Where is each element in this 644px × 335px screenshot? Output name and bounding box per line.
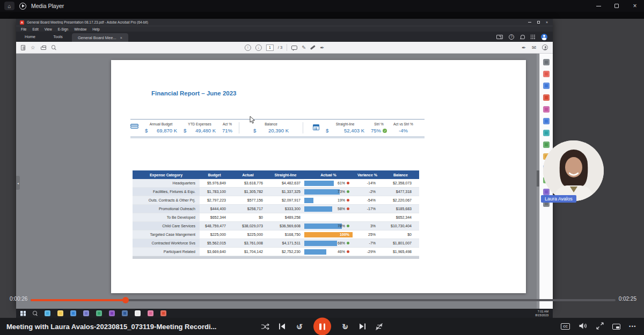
summary-strl-pct: Strl % 75%✓ [371, 122, 387, 133]
table-row: Outs. Contracts & Other Prj. $2,797,223 … [133, 196, 419, 205]
minimize-button[interactable] [589, 0, 608, 12]
acrobat-menu-item[interactable]: E-Sign [58, 27, 69, 31]
tool-comment-icon[interactable] [543, 106, 550, 113]
tool-combine-files-icon[interactable] [543, 118, 550, 124]
cell-actual: $3,761,008 [229, 239, 267, 247]
screen-share-icon[interactable] [496, 35, 503, 39]
taskbar-file-explorer-icon[interactable] [57, 310, 63, 316]
kpi-dot [347, 250, 349, 253]
acrobat-menu-item[interactable]: Edit [32, 27, 38, 31]
acrobat-tab[interactable]: Tools [44, 32, 72, 42]
volume-button[interactable] [579, 322, 588, 331]
tool-organize-pages-icon[interactable] [543, 130, 550, 136]
sign-tool-button[interactable]: ✒ [320, 45, 324, 50]
page-count-label: / 3 [278, 45, 282, 50]
profile-button[interactable] [542, 44, 548, 50]
webcam-name-label: Laura Avalos [541, 195, 576, 203]
page-down-button[interactable]: ↓ [255, 44, 262, 51]
maximize-button[interactable] [608, 0, 626, 12]
more-options-button[interactable]: ••• [629, 324, 636, 329]
table-row: Contracted Workforce Svs $5,562,015 $3,7… [133, 239, 419, 248]
acrobat-minimize-icon[interactable] [528, 22, 531, 23]
tool-request-esign-icon[interactable] [543, 189, 550, 195]
apps-grid-icon[interactable] [530, 34, 535, 39]
taskbar-onenote-icon[interactable] [109, 310, 115, 316]
taskbar-snip-icon[interactable] [148, 310, 153, 316]
pencil-tool-button[interactable]: ✎ [302, 45, 306, 50]
cell-variance [353, 213, 382, 221]
previous-track-button[interactable] [279, 323, 286, 330]
acrobat-menu-item[interactable]: Window [74, 27, 86, 31]
tool-compress-pdf-icon[interactable] [543, 142, 550, 148]
report-title: Financial Report – June 2023 [151, 90, 237, 96]
table-header-row: Expense Category Budget Actual Straight-… [133, 170, 419, 179]
help-icon[interactable]: ? [509, 34, 514, 40]
tool-edit-pdf-icon[interactable] [543, 83, 550, 89]
fill-sign-button[interactable]: ✒ [522, 45, 526, 50]
seek-thumb[interactable] [122, 297, 129, 303]
send-email-button[interactable]: ✉ [532, 45, 536, 50]
summary-divider [239, 122, 239, 133]
repeat-button[interactable] [375, 323, 383, 330]
tool-search-icon[interactable] [543, 59, 550, 65]
taskbar-teams-icon[interactable] [83, 310, 89, 316]
tool-export-pdf-icon[interactable] [543, 71, 550, 77]
summary-ytd-expenses: YTD Expenses $49,480 K [184, 122, 216, 133]
notifications-bell-icon[interactable] [520, 35, 524, 39]
taskbar-clock[interactable]: 7:01 AM 8/15/2023 [536, 310, 548, 317]
tab-close-icon[interactable]: × [120, 36, 122, 40]
acrobat-tabbar: Home Tools General Board Mee... × ? [16, 32, 553, 42]
fullscreen-button[interactable] [596, 322, 604, 331]
taskbar-search-icon[interactable] [33, 311, 38, 316]
cell-straight-line: $1,337,325 [267, 188, 304, 196]
taskbar-chrome-icon[interactable] [135, 310, 141, 316]
cell-actual: $1,704,142 [229, 248, 267, 256]
acrobat-maximize-icon[interactable] [537, 21, 540, 24]
cell-actual-pct [304, 213, 353, 221]
next-track-button[interactable] [359, 323, 366, 330]
skip-forward-30-button[interactable]: ↻ 30 [340, 322, 350, 331]
tool-create-pdf-icon[interactable] [543, 94, 550, 101]
play-pause-button[interactable] [313, 318, 331, 335]
acrobat-tab[interactable]: Home [16, 32, 44, 42]
home-button[interactable]: ⌂ [4, 2, 14, 10]
cell-straight-line: $4,171,511 [267, 239, 304, 247]
save-file-icon[interactable] [21, 45, 25, 50]
panel-collapse-handle[interactable]: ◂ [16, 176, 20, 190]
subtitles-button[interactable]: CC [561, 323, 570, 330]
page-number-box[interactable]: 1 [266, 44, 274, 51]
seek-bar[interactable] [31, 299, 616, 301]
taskbar-acrobat-icon[interactable] [160, 310, 166, 316]
shuffle-button[interactable] [261, 323, 269, 330]
acrobat-close-icon[interactable]: × [546, 20, 548, 24]
data-bar [304, 249, 326, 255]
close-button[interactable]: × [626, 0, 644, 12]
acrobat-tab[interactable]: General Board Mee... × [72, 33, 128, 42]
print-icon[interactable] [41, 47, 46, 50]
summary-strip: Annual Budget $69,870 K YTD Expenses $49… [130, 119, 425, 137]
start-button-icon[interactable] [20, 311, 26, 316]
taskbar-word-icon[interactable] [122, 310, 128, 316]
cell-balance: $2,358,073 [382, 179, 419, 187]
taskbar-edge-icon[interactable] [45, 310, 50, 316]
account-avatar[interactable] [541, 34, 547, 40]
skip-back-10-button[interactable]: ↺ 10 [295, 322, 304, 331]
acrobat-menu-item[interactable]: View [45, 27, 52, 31]
page-up-button[interactable]: ↑ [245, 44, 251, 51]
mouse-cursor-icon [250, 116, 255, 124]
find-icon[interactable] [52, 45, 56, 50]
pause-icon [319, 323, 321, 330]
taskbar-excel-icon[interactable] [96, 310, 102, 316]
acrobat-menu-item[interactable]: Help [92, 27, 99, 31]
cell-category: To Be Developed [133, 213, 200, 221]
cell-balance: $1,965,498 [382, 248, 419, 256]
mini-player-button[interactable] [612, 324, 620, 330]
highlight-tool-button[interactable] [310, 45, 316, 50]
star-favorite-icon[interactable]: ☆ [31, 45, 35, 50]
cell-budget: $48,759,477 [200, 222, 229, 230]
taskbar-outlook-icon[interactable] [70, 310, 76, 316]
video-area[interactable]: A General Board Meeting Presentation 08.… [0, 12, 644, 318]
table-row: Child Care Services $48,759,477 $38,029,… [133, 222, 419, 230]
comment-tool-button[interactable] [291, 46, 297, 50]
acrobat-menu-item[interactable]: File [21, 27, 26, 31]
